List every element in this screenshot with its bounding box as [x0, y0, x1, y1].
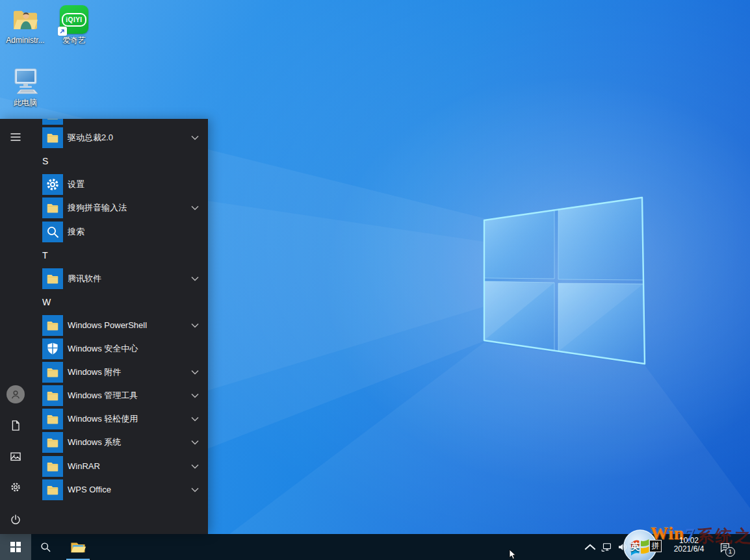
iqiyi-logo-text: iQIYI [62, 13, 86, 27]
app-label: Windows PowerShell [68, 320, 147, 330]
windows-desktop: { "desktop": { "icons": [ { "name": "adm… [0, 0, 750, 560]
network-icon [601, 541, 612, 553]
app-label: 搜索 [68, 226, 84, 238]
chevron-down-icon[interactable] [191, 135, 199, 140]
taskbar-search-button[interactable] [31, 534, 60, 560]
folder-icon [42, 479, 63, 500]
windows-logo-icon [10, 542, 21, 552]
desktop-icon-this-pc[interactable]: 此电脑 [2, 67, 49, 107]
shield-icon [42, 338, 63, 359]
folder-icon [42, 197, 63, 218]
chevron-down-icon[interactable] [191, 464, 199, 469]
chevron-down-icon[interactable] [191, 440, 199, 445]
hamburger-icon [9, 131, 22, 144]
folder-icon [42, 127, 63, 148]
folder-icon [42, 432, 63, 453]
chevron-down-icon[interactable] [191, 205, 199, 210]
start-menu-section-header[interactable]: S [31, 149, 208, 173]
desktop-icon-label: Administr... [6, 36, 44, 45]
ime-language-badge[interactable]: 英 [627, 534, 643, 560]
taskbar: 英 [0, 534, 750, 560]
folder-icon [42, 119, 63, 125]
user-account-button[interactable] [0, 379, 31, 410]
start-menu-app[interactable]: 设置 [31, 173, 208, 196]
chevron-up-icon [584, 541, 596, 553]
start-menu-app-list: 驱动总裁2.0S设置搜狗拼音输入法搜索T腾讯软件WWindows PowerSh… [31, 119, 208, 534]
shortcut-arrow-icon [58, 27, 67, 36]
pictures-button[interactable] [0, 441, 31, 472]
tray-network-button[interactable] [598, 534, 615, 560]
start-button[interactable] [0, 534, 31, 560]
folder-icon [42, 268, 63, 289]
gear-icon [9, 481, 22, 494]
document-icon [9, 419, 22, 432]
start-menu-expand-button[interactable] [0, 121, 31, 153]
folder-icon [42, 456, 63, 477]
chevron-down-icon[interactable] [191, 487, 199, 492]
start-menu-app[interactable]: 搜索 [31, 220, 208, 244]
tray-show-hidden-icons-button[interactable] [582, 534, 598, 560]
mouse-cursor [509, 549, 517, 560]
folder-icon [42, 409, 63, 429]
administrator-folder-icon [10, 5, 40, 34]
start-menu-app[interactable]: 驱动总裁2.0 [31, 126, 208, 149]
app-label: 驱动总裁2.0 [68, 132, 113, 144]
chevron-down-icon[interactable] [191, 393, 199, 398]
start-menu-app[interactable]: Windows 安全中心 [31, 337, 208, 361]
app-label: Windows 轻松使用 [68, 413, 138, 425]
start-menu-app[interactable]: Windows PowerShell [31, 314, 208, 337]
app-label: 设置 [68, 179, 84, 190]
desktop-icon-administrator[interactable]: Administr... [2, 5, 49, 45]
ime-pinyin-badge[interactable]: 拼 [649, 540, 662, 552]
folder-icon [42, 315, 63, 336]
app-label: WPS Office [68, 485, 111, 494]
section-letter: S [42, 156, 48, 166]
clock-date: 2021/6/4 [664, 545, 714, 554]
desktop-icon-label: 爱奇艺 [62, 36, 86, 45]
file-explorer-button[interactable] [62, 534, 94, 560]
settings-button[interactable] [0, 472, 31, 503]
start-menu-section-header[interactable]: T [31, 244, 208, 267]
start-menu-app[interactable]: WinRAR [31, 455, 208, 478]
start-menu-app[interactable]: Windows 系统 [31, 431, 208, 454]
settings-gear-icon [42, 174, 63, 195]
folder-icon [42, 362, 63, 383]
power-button[interactable] [0, 504, 31, 535]
desktop-icon-iqiyi[interactable]: iQIYI 爱奇艺 [51, 5, 97, 45]
search-icon [39, 541, 52, 554]
app-label: Windows 管理工具 [68, 390, 138, 401]
pictures-icon [9, 450, 22, 463]
taskbar-clock[interactable]: 10:02 2021/6/4 [664, 537, 714, 554]
app-label: WinRAR [68, 461, 100, 471]
start-menu-app[interactable]: 腾讯软件 [31, 267, 208, 290]
app-label: 搜狗拼音输入法 [68, 202, 127, 214]
iqiyi-icon: iQIYI [59, 5, 89, 34]
start-menu-app-partial[interactable] [31, 119, 208, 126]
desktop-icon-label: 此电脑 [14, 99, 37, 107]
section-letter: T [42, 250, 48, 261]
app-label: 腾讯软件 [68, 273, 101, 285]
chevron-down-icon[interactable] [191, 276, 199, 281]
chevron-down-icon[interactable] [191, 370, 199, 375]
documents-button[interactable] [0, 410, 31, 441]
start-menu-app[interactable]: Windows 轻松使用 [31, 407, 208, 431]
power-icon [9, 513, 22, 526]
search-icon [42, 222, 63, 242]
start-menu-app[interactable]: Windows 附件 [31, 361, 208, 384]
start-menu-app[interactable]: Windows 管理工具 [31, 384, 208, 407]
file-explorer-icon [70, 539, 86, 555]
start-menu-section-header[interactable]: W [31, 290, 208, 314]
app-label: Windows 附件 [68, 366, 121, 378]
folder-icon [42, 385, 63, 406]
this-pc-icon [10, 67, 40, 97]
start-menu-app[interactable]: 搜狗拼音输入法 [31, 196, 208, 220]
chevron-down-icon[interactable] [191, 416, 199, 422]
start-menu-app[interactable]: WPS Office [31, 478, 208, 502]
chevron-down-icon[interactable] [191, 323, 199, 328]
user-icon [6, 385, 25, 403]
section-letter: W [42, 297, 51, 307]
app-label: Windows 系统 [68, 437, 121, 448]
app-label: Windows 安全中心 [68, 343, 138, 355]
start-menu: 驱动总裁2.0S设置搜狗拼音输入法搜索T腾讯软件WWindows PowerSh… [0, 119, 208, 534]
notification-count-badge: 1 [725, 547, 735, 557]
